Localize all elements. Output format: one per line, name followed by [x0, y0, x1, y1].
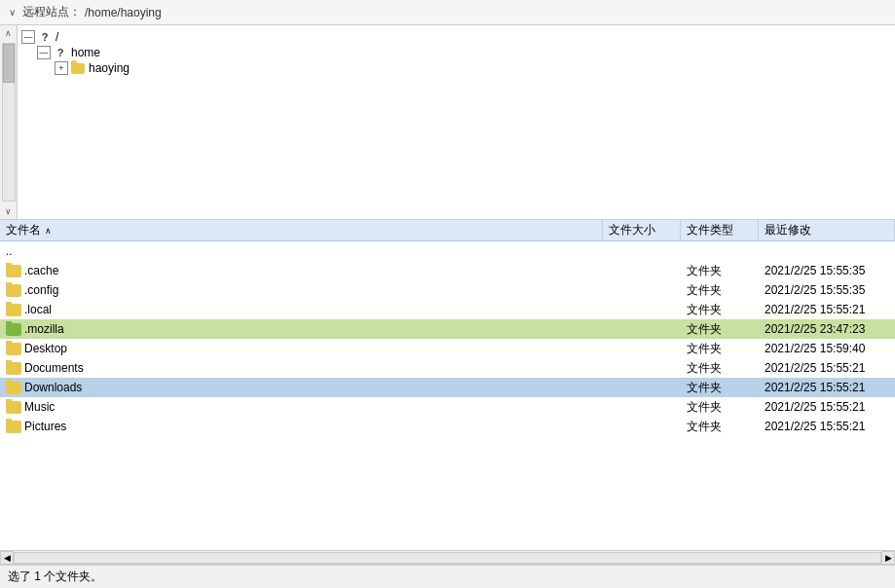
folder-icon-mozilla	[6, 323, 21, 336]
folder-icon-downloads	[6, 382, 21, 394]
sort-indicator: ∧	[45, 226, 52, 236]
file-name-mozilla: .mozilla	[0, 321, 603, 337]
tree-scroll-down[interactable]: ∨	[1, 203, 17, 219]
file-size-dotdot	[603, 250, 681, 252]
file-row-mozilla[interactable]: .mozilla文件夹2021/2/25 23:47:23	[0, 319, 895, 339]
file-type-downloads: 文件夹	[681, 379, 759, 397]
header-type[interactable]: 文件类型	[681, 220, 759, 240]
file-type-local: 文件夹	[681, 301, 759, 319]
h-scroll-track[interactable]	[14, 552, 881, 564]
tree-panel: ∧ ∨ — ? / — ? home +	[0, 25, 895, 220]
file-row-dotdot[interactable]: ..	[0, 241, 895, 261]
folder-icon-cache	[6, 265, 21, 277]
h-scroll-left[interactable]: ◀	[0, 551, 14, 565]
file-row-cache[interactable]: .cache文件夹2021/2/25 15:55:35	[0, 261, 895, 280]
file-name-cache: .cache	[0, 263, 603, 278]
file-size-pictures	[603, 425, 681, 427]
file-row-pictures[interactable]: Pictures文件夹2021/2/25 15:55:21	[0, 417, 895, 436]
file-name-music: Music	[0, 399, 603, 415]
tree-label-home: home	[71, 46, 100, 59]
tree-label-haoying: haoying	[89, 61, 130, 75]
file-type-mozilla: 文件夹	[681, 320, 759, 339]
tree-expander-home[interactable]: —	[37, 46, 51, 59]
remote-site-path[interactable]: /home/haoying	[85, 6, 162, 19]
tree-expander-haoying[interactable]: +	[55, 61, 68, 75]
tree-scroll-track[interactable]	[2, 43, 16, 202]
file-date-documents: 2021/2/25 15:55:21	[759, 360, 895, 376]
tree-content: — ? / — ? home + haoying	[18, 25, 895, 219]
file-date-mozilla: 2021/2/25 23:47:23	[759, 321, 895, 337]
file-date-pictures: 2021/2/25 15:55:21	[759, 419, 895, 434]
file-list-header: 文件名 ∧ 文件大小 文件类型 最近修改	[0, 220, 895, 241]
folder-icon-haoying	[70, 61, 86, 75]
header-date[interactable]: 最近修改	[759, 220, 895, 240]
file-size-config	[603, 289, 681, 291]
file-date-dotdot	[759, 250, 895, 252]
tree-item-home[interactable]: — ? home	[18, 45, 895, 60]
status-text: 选了 1 个文件夹。	[8, 569, 102, 585]
file-type-cache: 文件夹	[681, 262, 759, 280]
file-type-desktop: 文件夹	[681, 340, 759, 358]
file-date-desktop: 2021/2/25 15:59:40	[759, 341, 895, 356]
file-name-dotdot: ..	[0, 243, 603, 259]
tree-scroll-sidebar: ∧ ∨	[0, 25, 18, 219]
file-row-music[interactable]: Music文件夹2021/2/25 15:55:21	[0, 397, 895, 417]
tree-collapse-button[interactable]: ∨	[6, 6, 19, 18]
file-date-config: 2021/2/25 15:55:35	[759, 282, 895, 298]
file-list: ...cache文件夹2021/2/25 15:55:35.config文件夹2…	[0, 241, 895, 550]
file-name-documents: Documents	[0, 360, 603, 376]
file-type-dotdot	[681, 250, 759, 252]
folder-icon-pictures	[6, 421, 21, 433]
file-name-local: .local	[0, 302, 603, 317]
tree-item-root[interactable]: — ? /	[18, 29, 895, 45]
question-icon-home: ?	[53, 46, 68, 59]
file-name-downloads: Downloads	[0, 380, 603, 395]
file-size-downloads	[603, 386, 681, 388]
folder-icon-documents	[6, 362, 21, 375]
file-panel: 文件名 ∧ 文件大小 文件类型 最近修改 ...cache文件夹2021/2/2…	[0, 220, 895, 565]
file-row-desktop[interactable]: Desktop文件夹2021/2/25 15:59:40	[0, 339, 895, 358]
tree-item-haoying[interactable]: + haoying	[18, 60, 895, 76]
header-name[interactable]: 文件名 ∧	[0, 220, 603, 240]
h-scrollbar: ◀ ▶	[0, 550, 895, 564]
question-icon-root: ?	[37, 30, 53, 44]
h-scroll-right[interactable]: ▶	[881, 551, 895, 565]
file-type-config: 文件夹	[681, 281, 759, 300]
folder-icon-desktop	[6, 343, 21, 355]
folder-icon-local	[6, 304, 21, 316]
file-size-cache	[603, 270, 681, 272]
tree-label-root: /	[56, 30, 58, 44]
remote-site-bar: ∨ 远程站点： /home/haoying	[0, 0, 895, 25]
remote-site-label: 远程站点：	[22, 4, 81, 20]
file-row-config[interactable]: .config文件夹2021/2/25 15:55:35	[0, 280, 895, 300]
file-type-pictures: 文件夹	[681, 418, 759, 436]
file-date-cache: 2021/2/25 15:55:35	[759, 263, 895, 278]
file-date-downloads: 2021/2/25 15:55:21	[759, 380, 895, 395]
tree-scroll-up[interactable]: ∧	[1, 25, 17, 41]
file-row-downloads[interactable]: Downloads文件夹2021/2/25 15:55:21	[0, 378, 895, 397]
file-row-local[interactable]: .local文件夹2021/2/25 15:55:21	[0, 300, 895, 319]
file-size-documents	[603, 367, 681, 369]
file-name-config: .config	[0, 282, 603, 298]
file-date-local: 2021/2/25 15:55:21	[759, 302, 895, 317]
file-size-desktop	[603, 348, 681, 349]
file-type-music: 文件夹	[681, 398, 759, 417]
file-date-music: 2021/2/25 15:55:21	[759, 399, 895, 415]
tree-scroll-thumb[interactable]	[3, 44, 15, 83]
header-size[interactable]: 文件大小	[603, 220, 681, 240]
file-row-documents[interactable]: Documents文件夹2021/2/25 15:55:21	[0, 358, 895, 378]
file-size-mozilla	[603, 328, 681, 330]
tree-expander-root[interactable]: —	[21, 30, 35, 44]
file-size-local	[603, 309, 681, 311]
file-type-documents: 文件夹	[681, 359, 759, 378]
file-name-pictures: Pictures	[0, 419, 603, 434]
status-bar: 选了 1 个文件夹。	[0, 565, 895, 588]
file-size-music	[603, 406, 681, 408]
file-name-desktop: Desktop	[0, 341, 603, 356]
folder-icon-music	[6, 401, 21, 414]
folder-icon-config	[6, 284, 21, 297]
